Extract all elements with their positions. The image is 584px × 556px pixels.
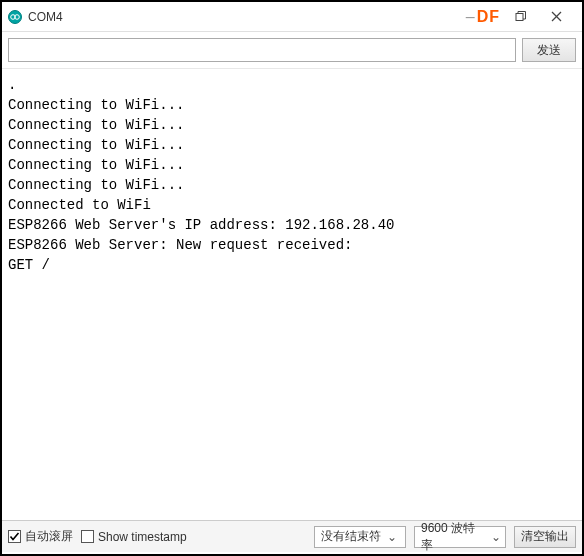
bottombar: 自动滚屏 Show timestamp 没有结束符 ⌄ 9600 波特率 ⌄ 清… [2,520,582,552]
arduino-icon [8,10,22,24]
toolbar: 发送 [2,32,582,68]
checkbox-icon [81,530,94,543]
df-logo: DF [477,8,500,26]
console-line: Connecting to WiFi... [8,135,576,155]
console-line: Connected to WiFi [8,195,576,215]
command-input[interactable] [8,38,516,62]
autoscroll-checkbox[interactable]: 自动滚屏 [8,528,73,545]
titlebar: COM4 – DF [2,2,582,32]
chevron-down-icon: ⌄ [491,530,501,544]
console-line: Connecting to WiFi... [8,175,576,195]
console-line: Connecting to WiFi... [8,155,576,175]
checkbox-icon [8,530,21,543]
line-ending-dropdown[interactable]: 没有结束符 ⌄ [314,526,406,548]
timestamp-label: Show timestamp [98,530,187,544]
console-line: Connecting to WiFi... [8,95,576,115]
close-button[interactable] [538,3,574,31]
console-line: Connecting to WiFi... [8,115,576,135]
console-line: ESP8266 Web Server: New request received… [8,235,576,255]
line-ending-selected: 没有结束符 [321,528,381,545]
send-button[interactable]: 发送 [522,38,576,62]
chevron-down-icon: ⌄ [387,530,397,544]
timestamp-checkbox[interactable]: Show timestamp [81,530,187,544]
console-line: ESP8266 Web Server's IP address: 192.168… [8,215,576,235]
minimize-dash: – [466,8,475,26]
window-title: COM4 [28,10,63,24]
console-line: . [8,75,576,95]
svg-rect-2 [516,14,523,21]
maximize-button[interactable] [502,3,538,31]
autoscroll-label: 自动滚屏 [25,528,73,545]
console-output: .Connecting to WiFi...Connecting to WiFi… [2,68,582,520]
clear-output-button[interactable]: 清空输出 [514,526,576,548]
baud-rate-selected: 9600 波特率 [421,520,485,554]
baud-rate-dropdown[interactable]: 9600 波特率 ⌄ [414,526,506,548]
console-line: GET / [8,255,576,275]
